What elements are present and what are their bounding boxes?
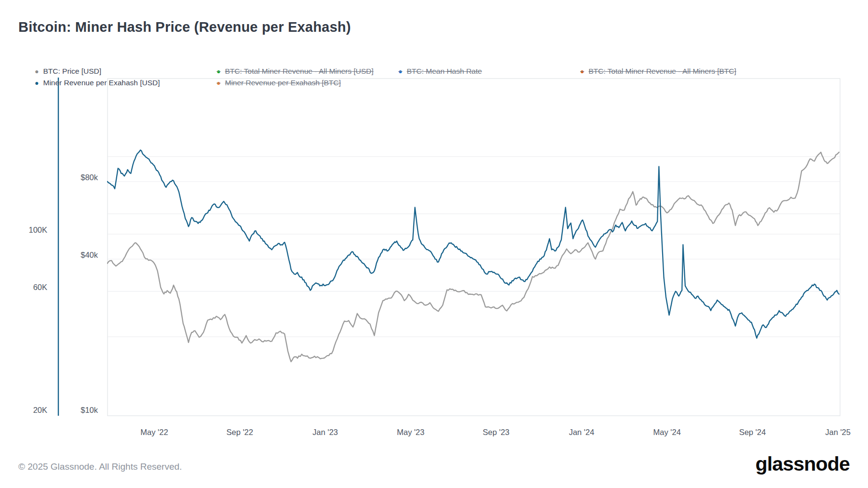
legend-item-miner-revenue-per-exahash-btc[interactable]: ● Miner Revenue per Exahash [BTC] [217, 79, 398, 87]
legend-item-mean-hash-rate[interactable]: ● BTC: Mean Hash Rate [398, 67, 580, 76]
x-axis-tick: May '24 [653, 428, 681, 436]
series-dot-icon: ● [217, 68, 220, 75]
plot-border [108, 79, 840, 416]
copyright-text: © 2025 Glassnode. All Rights Reserved. [18, 462, 182, 472]
y-axis-inner-tick: $10k [0, 406, 98, 414]
x-axis-tick: Jan '25 [825, 428, 851, 436]
x-axis-tick: May '23 [397, 428, 424, 436]
chart-legend: ● BTC: Price [USD] ● BTC: Total Miner Re… [35, 66, 762, 89]
series-dot-icon: ● [35, 79, 39, 86]
x-axis-tick: Jan '24 [569, 428, 595, 436]
series-miner-revenue-per-exahash-line [108, 150, 839, 338]
x-axis-tick: Jan '23 [312, 428, 338, 436]
x-axis-tick: May '22 [140, 428, 168, 436]
legend-label: BTC: Mean Hash Rate [407, 67, 482, 76]
glassnode-logo: glassnode [755, 453, 850, 475]
x-axis-tick: Sep '24 [739, 428, 766, 436]
series-dot-icon: ● [217, 79, 220, 86]
x-axis-tick: Sep '22 [226, 428, 253, 436]
glassnode-chart-page: Bitcoin: Miner Hash Price (Revenue per E… [0, 0, 868, 488]
y-axis-outer-tick: 100K [0, 225, 47, 234]
legend-item-total-miner-revenue-btc[interactable]: ● BTC: Total Miner Revenue - All Miners … [580, 67, 762, 76]
legend-item-miner-revenue-per-exahash-usd[interactable]: ● Miner Revenue per Exahash [USD] [35, 79, 217, 87]
legend-item-btc-price[interactable]: ● BTC: Price [USD] [35, 67, 217, 76]
y-axis-outer-tick: 60K [0, 283, 47, 291]
y-axis-inner-tick: $80k [0, 173, 98, 182]
y-axis-inner-tick: $40k [0, 251, 98, 259]
legend-label: Miner Revenue per Exahash [BTC] [225, 79, 340, 87]
legend-label: Miner Revenue per Exahash [USD] [43, 79, 160, 87]
x-axis-tick: Sep '23 [483, 428, 509, 436]
series-dot-icon: ● [580, 68, 584, 75]
legend-label: BTC: Total Miner Revenue - All Miners [B… [588, 67, 736, 76]
legend-label: BTC: Price [USD] [43, 67, 101, 76]
series-dot-icon: ● [35, 68, 39, 75]
legend-label: BTC: Total Miner Revenue - All Miners [U… [225, 67, 373, 76]
series-btc-price-line [108, 152, 839, 362]
legend-item-total-miner-revenue-usd[interactable]: ● BTC: Total Miner Revenue - All Miners … [217, 67, 398, 76]
series-dot-icon: ● [398, 68, 402, 75]
